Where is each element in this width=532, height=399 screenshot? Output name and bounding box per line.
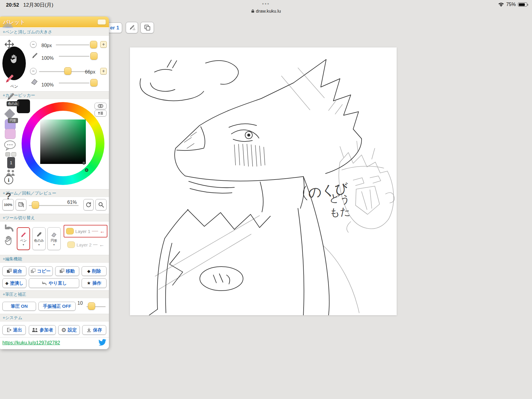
stabilizer-toggle-button[interactable]: 手振補正 OFF (38, 302, 76, 311)
color-only-badge[interactable]: 色のみ (7, 101, 19, 106)
eraser-opacity-slider-handle[interactable] (90, 79, 98, 86)
hand-tool-icon[interactable] (9, 53, 19, 65)
layer1-line (92, 231, 98, 231)
layer-thumb-2[interactable] (11, 152, 16, 156)
section-system[interactable]: +システム (0, 314, 109, 322)
hand-tool-button[interactable] (4, 235, 14, 246)
exit-label: 退出 (13, 327, 22, 333)
gear-icon: ⚙ (61, 327, 66, 334)
participants-button[interactable]: 参加者 (29, 325, 56, 335)
fill-icon: ◆ (5, 281, 8, 286)
share-link[interactable]: https://kuku.lu/p1297d2782 (2, 340, 60, 346)
layer2-swatch (67, 241, 75, 248)
help-icon[interactable]: ? (5, 191, 11, 202)
tool-eraser-button[interactable]: 円形 ▼ (47, 227, 61, 250)
swap-arrow-icon (98, 111, 104, 115)
multitask-dots[interactable]: ••• (0, 1, 532, 7)
caret-down-icon: ▼ (38, 243, 40, 246)
preview-button[interactable] (16, 199, 26, 210)
zoom-tool-button[interactable] (95, 199, 107, 210)
fill-button[interactable]: ◆ 塗潰し (2, 278, 26, 288)
exit-button[interactable]: 退出 (2, 325, 26, 335)
pen-opacity-slider-handle[interactable] (90, 52, 98, 60)
caret-down-icon: ▼ (22, 243, 25, 246)
chat-bubble-icon[interactable] (4, 140, 16, 151)
copy-label: コピー (37, 268, 51, 274)
eraser-opacity-slider[interactable] (59, 83, 89, 83)
lock-icon (251, 9, 254, 13)
browser-url-bar[interactable]: draw.kuku.lu (0, 8, 532, 14)
eraser-size-plus-button[interactable]: + (100, 68, 107, 74)
pen-sparkle-icon (128, 24, 136, 31)
pen-settings-button[interactable] (126, 22, 138, 33)
redo-label: やり直し (49, 280, 67, 286)
circle-shape-badge[interactable]: 円形 (8, 118, 18, 123)
settings-button[interactable]: ⚙ 設定 (58, 325, 80, 335)
drawing-canvas[interactable]: のくび どう もた (130, 47, 397, 315)
color-history-button[interactable] (95, 103, 107, 109)
pen-tool-label: ペン (10, 84, 18, 89)
pen-opacity-slider[interactable] (59, 56, 89, 57)
pressure-toggle-button[interactable]: 筆圧 ON (2, 302, 36, 311)
section-zoom[interactable]: +ズーム／回転／プレビュー (0, 189, 109, 197)
redo-icon (41, 281, 47, 286)
redo-button[interactable]: やり直し (29, 278, 79, 288)
ipad-screen: 20:52 12月30日(月) ••• draw.kuku.lu 75% er … (0, 0, 532, 399)
stabilizer-value: 10 (77, 301, 83, 306)
operate-button[interactable]: ★ 操作 (82, 278, 107, 288)
eraser-size-slider-handle[interactable] (64, 67, 71, 75)
section-color-picker[interactable]: +カラーピッカー (0, 91, 109, 99)
section-edit[interactable]: +編集機能 (0, 255, 109, 263)
saturation-value-square[interactable] (40, 119, 86, 164)
pen-size-plus-button[interactable]: + (100, 41, 107, 48)
rotate-reset-button[interactable] (83, 199, 94, 210)
pen-opacity-value: 100% (41, 56, 54, 61)
info-icon[interactable]: i (4, 175, 13, 184)
pen-size-slider-handle[interactable] (90, 41, 97, 48)
move-tool-icon[interactable] (4, 39, 14, 50)
layer-select-button[interactable]: er 1 (107, 23, 122, 33)
color-swap-button[interactable] (95, 110, 107, 116)
palette-panel: パレット +ペンと消しゴムの大きさ − 80px + 100% − 66px +… (0, 17, 109, 349)
copy-button[interactable]: コピー (29, 266, 53, 276)
merge-button[interactable]: 統合 (2, 266, 26, 276)
pen-opacity-icon (31, 51, 38, 59)
section-pressure[interactable]: +筆圧と補正 (0, 290, 109, 298)
eyedropper-icon (36, 231, 42, 238)
layer-row-1[interactable]: Layer 1 ← (64, 225, 107, 237)
move-icon (60, 269, 64, 274)
eraser-size-minus-button[interactable]: − (30, 68, 37, 74)
layer-panel-badge[interactable]: 1 (7, 157, 15, 168)
color-swatch-pink[interactable] (5, 129, 16, 139)
layer2-line (93, 244, 98, 245)
twitter-icon[interactable] (98, 339, 106, 346)
layer-row-2[interactable]: Layer 2 ← (65, 240, 106, 250)
participants-mini-icon[interactable] (5, 169, 16, 176)
exit-icon (6, 327, 12, 333)
pen-size-minus-button[interactable]: − (30, 41, 37, 48)
tool-colorpick-button[interactable]: 色のみ ▼ (32, 227, 46, 250)
palette-minimize-button[interactable] (97, 19, 106, 25)
canvas-view-button[interactable] (140, 22, 154, 33)
settings-label: 設定 (68, 327, 77, 333)
delete-button[interactable]: ◆ 削除 (82, 266, 107, 276)
fill-label: 塗潰し (10, 280, 23, 286)
layer-thumb-1[interactable] (5, 152, 10, 156)
hue-marker[interactable] (85, 168, 88, 172)
section-tools[interactable]: +ツール切り替え (0, 214, 109, 222)
eraser-icon (51, 231, 57, 238)
tool-pen-button[interactable]: ペン ▼ (17, 227, 30, 250)
pen-tool-icon[interactable] (5, 72, 14, 84)
zoom-slider-handle[interactable] (32, 201, 39, 209)
undo-icon[interactable] (3, 223, 14, 233)
pen-size-slider[interactable] (56, 44, 89, 45)
palette-header[interactable]: パレット (0, 17, 109, 27)
eraser-shape-icon[interactable] (5, 109, 15, 119)
sv-marker[interactable] (82, 161, 86, 165)
pen-gray-icon[interactable] (7, 91, 15, 101)
move-button[interactable]: 移動 (55, 266, 79, 276)
section-pen-size[interactable]: +ペンと消しゴムの大きさ (0, 28, 109, 36)
eraser-opacity-value: 100% (41, 82, 54, 88)
save-button[interactable]: 保存 (82, 325, 106, 335)
stabilizer-slider-handle[interactable] (88, 302, 95, 310)
